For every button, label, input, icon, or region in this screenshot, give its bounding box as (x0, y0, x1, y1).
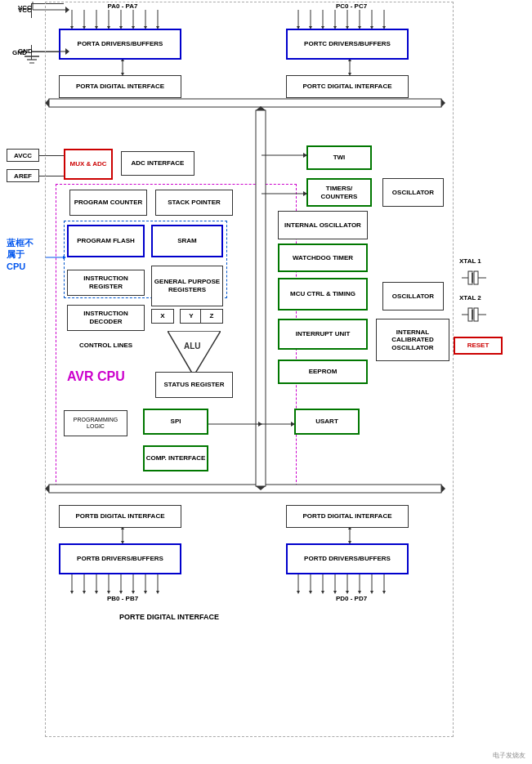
usart-conn (262, 420, 298, 428)
svg-marker-73 (256, 486, 266, 490)
xtal1-label: XTAL 1 (459, 257, 481, 265)
main-bus-vertical (249, 106, 274, 490)
svg-marker-72 (256, 106, 266, 110)
reset-block: RESET (454, 337, 503, 355)
avcc-box: AVCC (7, 149, 39, 162)
svg-rect-57 (474, 308, 478, 321)
diagram-container: VCC GND AVCC AVCC AREF PA0 - PA7 PC0 - P… (0, 0, 532, 764)
spi-conn (208, 420, 266, 428)
svg-rect-52 (474, 271, 478, 284)
aref-box: AREF (7, 169, 39, 182)
svg-rect-71 (256, 110, 266, 486)
watermark: 电子发烧友 (493, 751, 525, 760)
xtal2-symbol (462, 306, 494, 323)
blue-note: 蓝框不属于CPU (7, 237, 34, 272)
timers-conn (262, 188, 311, 199)
xtal2-label: XTAL 2 (459, 294, 481, 302)
twi-conn (262, 150, 311, 161)
xtal1-symbol (462, 270, 494, 286)
